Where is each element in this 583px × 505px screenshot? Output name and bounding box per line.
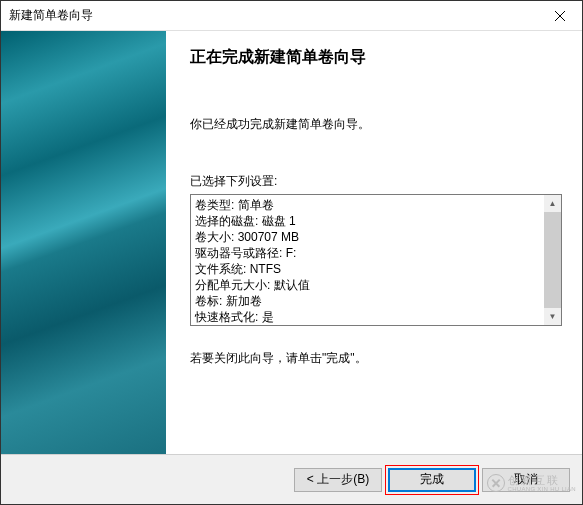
list-item: 快速格式化: 是 (195, 309, 540, 325)
settings-listbox[interactable]: 卷类型: 简单卷 选择的磁盘: 磁盘 1 卷大小: 300707 MB 驱动器号… (190, 194, 562, 326)
scroll-up-icon[interactable]: ▲ (544, 195, 561, 212)
scrollbar[interactable]: ▲ ▼ (544, 195, 561, 325)
list-item: 卷标: 新加卷 (195, 293, 540, 309)
close-icon (555, 11, 565, 21)
settings-label: 已选择下列设置: (190, 173, 562, 190)
page-heading: 正在完成新建简单卷向导 (190, 47, 562, 68)
window-title: 新建简单卷向导 (9, 7, 93, 24)
list-item: 卷大小: 300707 MB (195, 229, 540, 245)
wizard-sidebar-image (1, 31, 166, 454)
list-item: 文件系统: NTFS (195, 261, 540, 277)
back-button[interactable]: < 上一步(B) (294, 468, 382, 492)
scroll-thumb[interactable] (544, 212, 561, 308)
cancel-button[interactable]: 取消 (482, 468, 570, 492)
finish-button[interactable]: 完成 (388, 468, 476, 492)
intro-text: 你已经成功完成新建简单卷向导。 (190, 116, 562, 133)
list-item: 选择的磁盘: 磁盘 1 (195, 213, 540, 229)
settings-content: 卷类型: 简单卷 选择的磁盘: 磁盘 1 卷大小: 300707 MB 驱动器号… (191, 195, 544, 325)
list-item: 驱动器号或路径: F: (195, 245, 540, 261)
wizard-footer: < 上一步(B) 完成 取消 创新互联 CHUANG XIN HU LIAN (1, 454, 582, 504)
list-item: 卷类型: 简单卷 (195, 197, 540, 213)
list-item: 分配单元大小: 默认值 (195, 277, 540, 293)
wizard-body: 正在完成新建简单卷向导 你已经成功完成新建简单卷向导。 已选择下列设置: 卷类型… (1, 31, 582, 454)
titlebar: 新建简单卷向导 (1, 1, 582, 31)
closing-text: 若要关闭此向导，请单击"完成"。 (190, 350, 562, 367)
scroll-down-icon[interactable]: ▼ (544, 308, 561, 325)
close-button[interactable] (537, 1, 582, 31)
wizard-main: 正在完成新建简单卷向导 你已经成功完成新建简单卷向导。 已选择下列设置: 卷类型… (166, 31, 582, 454)
